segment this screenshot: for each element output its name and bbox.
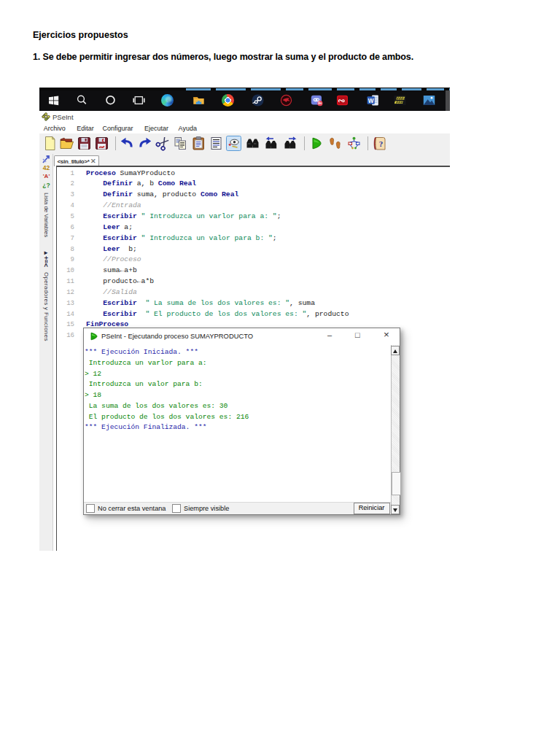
- svg-text:W: W: [368, 98, 373, 104]
- svg-text:9+: 9+: [318, 101, 322, 105]
- svg-text:?: ?: [378, 139, 383, 147]
